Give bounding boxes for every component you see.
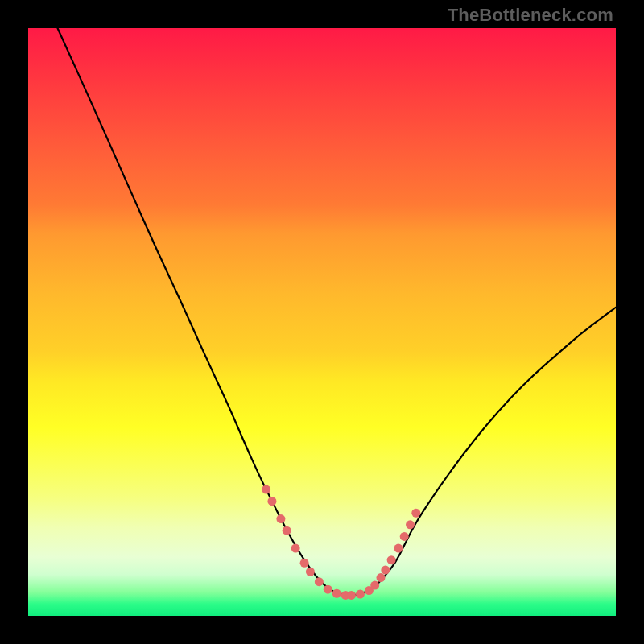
curve-bead [406,520,415,529]
watermark-label: TheBottleneck.com [448,5,613,26]
curve-bead [306,568,315,576]
curve-bead [291,544,300,553]
curve-beads-group [262,485,420,600]
curve-bead [347,591,356,600]
curve-bead [394,544,402,553]
curve-bead [400,532,409,541]
curve-bead [276,514,285,523]
chart-plot-area [28,28,616,616]
curve-bead [387,555,396,564]
curve-bead [262,485,270,494]
curve-bead [356,589,365,598]
curve-bead [377,573,386,582]
curve-bead [324,585,332,594]
curve-bead [332,589,341,598]
chart-svg [28,28,616,616]
chart-frame: TheBottleneck.com [0,0,644,644]
curve-bead [267,497,276,506]
curve-bead [370,581,379,590]
curve-bead [283,526,291,535]
curve-bead [381,566,390,575]
curve-bead [411,509,420,518]
curve-bead [300,559,309,568]
curve-bead [315,577,324,586]
bottleneck-curve [58,28,617,595]
